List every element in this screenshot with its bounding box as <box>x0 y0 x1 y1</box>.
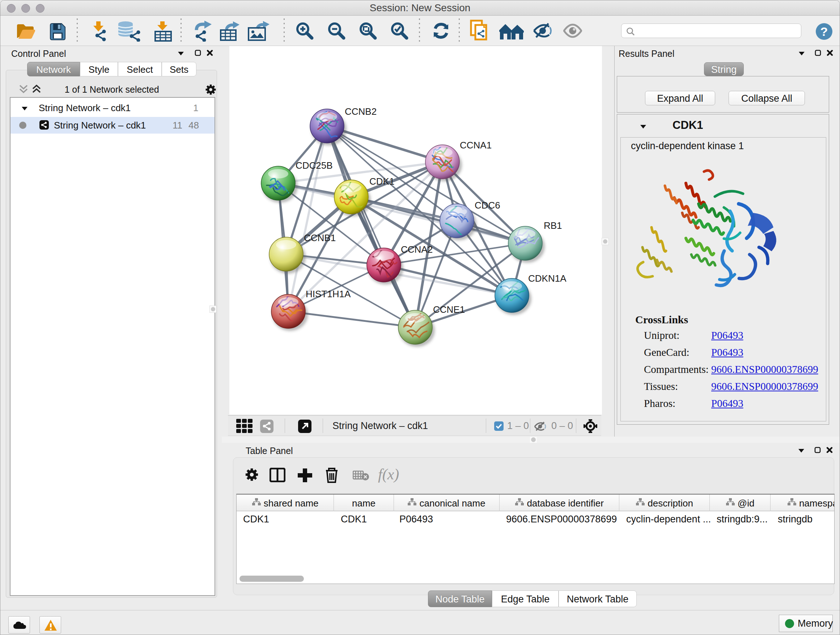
svg-text:RB1: RB1 <box>544 220 562 231</box>
svg-text:CDK1: CDK1 <box>369 176 394 187</box>
svg-text:CDKN1A: CDKN1A <box>528 273 567 284</box>
svg-text:CCNA1: CCNA1 <box>460 140 492 150</box>
svg-text:CDC6: CDC6 <box>475 200 500 211</box>
svg-text:CCNE1: CCNE1 <box>433 304 465 315</box>
svg-text:CCNA2: CCNA2 <box>401 244 433 255</box>
svg-text:CDC25B: CDC25B <box>295 160 333 171</box>
svg-text:CCNB2: CCNB2 <box>345 106 377 117</box>
svg-text:CCNB1: CCNB1 <box>304 233 336 243</box>
svg-text:HIST1H1A: HIST1H1A <box>306 288 351 299</box>
